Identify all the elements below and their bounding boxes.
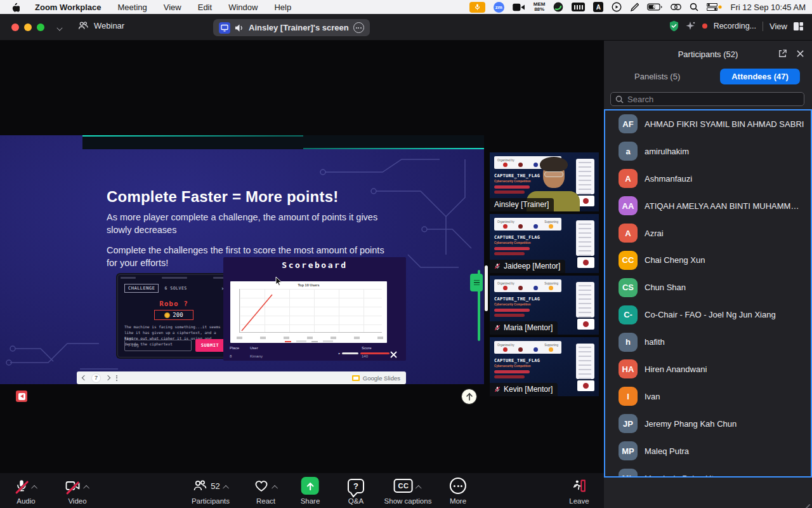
attendee-row[interactable]: CS Chun Shan xyxy=(605,274,811,301)
menubar-item[interactable]: Help xyxy=(274,3,291,12)
scoreboard-screenshot: Scoreboard Top 10 Users Place User Score xyxy=(223,257,406,361)
share-options-icon[interactable] xyxy=(353,22,364,33)
menubar-clock[interactable]: Fri 12 Sep 10:45 AM xyxy=(730,3,806,12)
attendee-row[interactable]: CC Chai Cheng Xun xyxy=(605,246,811,274)
poster-side-card xyxy=(576,282,594,318)
participants-count: 52 xyxy=(211,481,219,491)
qa-button[interactable]: ? Q&A xyxy=(348,477,364,505)
avatar: CC xyxy=(619,251,638,270)
video-thumbnail[interactable]: Organized bySupporting CAPTURE_THE_FLAG … xyxy=(490,214,599,273)
mic-in-use-indicator[interactable] xyxy=(469,2,485,13)
attendee-row[interactable]: ML Moe Lwin Paing Htoo xyxy=(605,465,811,478)
keyboard-status-icon[interactable] xyxy=(572,3,585,11)
menubar-item[interactable]: Meeting xyxy=(118,3,147,12)
scoreboard-chart: Top 10 Users xyxy=(230,281,387,343)
next-slide-icon[interactable] xyxy=(105,375,110,380)
control-center-icon[interactable] xyxy=(707,3,722,11)
tab-attendees[interactable]: Attendees (47) xyxy=(720,69,800,84)
attendee-name: amirulhakim xyxy=(645,147,695,156)
recording-label: Recording... xyxy=(714,22,756,30)
avatar: JP xyxy=(619,414,638,433)
attendee-row[interactable]: A Azrai xyxy=(605,220,811,247)
zoom-titlebar: Webinar Ainsley [Trainer]'s screen Recor… xyxy=(0,14,812,41)
audio-button[interactable]: Audio xyxy=(15,477,37,505)
presentation-progress: ▸ xyxy=(339,352,390,355)
attendee-row[interactable]: h hafith xyxy=(605,328,811,356)
attendee-row[interactable]: AF AHMAD FIKRI SYAMIL BIN AHMAD SABRI xyxy=(605,110,811,138)
menubar-item[interactable]: Zoom Workplace xyxy=(35,3,102,12)
participants-button[interactable]: 52 Participants xyxy=(192,477,230,505)
shared-screen-pill[interactable]: Ainsley [Trainer]'s screen xyxy=(213,19,370,36)
previous-slide-icon[interactable] xyxy=(82,375,87,380)
mouse-cursor xyxy=(275,276,282,286)
battery-status-icon[interactable] xyxy=(647,3,662,11)
menubar-menus: Zoom WorkplaceMeetingViewEditWindowHelp xyxy=(35,3,291,12)
react-button[interactable]: React xyxy=(254,477,278,505)
close-window-button[interactable] xyxy=(11,23,19,31)
audio-options-caret[interactable] xyxy=(31,485,37,491)
menubar-item[interactable]: View xyxy=(164,3,181,12)
avatar: HA xyxy=(619,359,638,378)
play-status-icon[interactable] xyxy=(612,2,622,12)
minimize-window-button[interactable] xyxy=(24,23,32,31)
attendee-row[interactable]: HA Hiren Anandwani xyxy=(605,356,811,383)
attendee-name: hafith xyxy=(645,337,671,347)
search-input[interactable] xyxy=(627,95,799,104)
attendee-row[interactable]: a amirulhakim xyxy=(605,138,811,165)
link-status-icon[interactable] xyxy=(671,3,681,11)
popout-panel-icon[interactable] xyxy=(778,49,787,58)
attendee-row[interactable]: C- Co-Chair - FAO - Joel Ng Jun Xiang xyxy=(605,301,811,328)
zoom-status-icon[interactable]: zm xyxy=(494,2,504,13)
video-options-caret[interactable] xyxy=(83,485,89,491)
window-resize-grip[interactable] xyxy=(805,504,810,508)
apple-menu-icon[interactable] xyxy=(11,3,20,12)
a-app-status-icon[interactable]: A xyxy=(593,2,603,12)
slide-heading: Complete Faster = More points! xyxy=(107,188,338,206)
menubar-item[interactable]: Window xyxy=(228,3,258,12)
slide-page-number[interactable]: 7 xyxy=(91,373,101,383)
window-chevron-icon[interactable] xyxy=(56,25,62,30)
video-thumbnail[interactable]: Organized bySupporting CAPTURE_THE_FLAG … xyxy=(490,276,599,335)
security-shield-icon[interactable] xyxy=(669,20,679,32)
ai-companion-icon[interactable] xyxy=(686,21,696,31)
leave-button[interactable]: Leave xyxy=(569,477,589,505)
view-layout-icon[interactable] xyxy=(794,22,803,30)
view-button-label[interactable]: View xyxy=(769,22,787,31)
scroll-up-button[interactable] xyxy=(461,389,477,404)
close-panel-icon[interactable] xyxy=(796,50,804,58)
attendee-row[interactable]: AA ATIQAH AMELYA AAN BINTI MUHAMMAD TAU.… xyxy=(605,192,811,220)
thumbnail-strip-handle[interactable] xyxy=(470,274,483,291)
react-caret[interactable] xyxy=(272,485,278,491)
spotlight-search-icon[interactable] xyxy=(690,3,698,11)
poster-side-card xyxy=(576,344,594,379)
red-media-icon[interactable] xyxy=(16,391,27,402)
attendee-row[interactable]: JP Jeremy Phang Kah Chun xyxy=(605,410,811,438)
video-button[interactable]: Video xyxy=(65,477,89,505)
share-button[interactable]: Share xyxy=(301,477,320,505)
globe-status-icon[interactable] xyxy=(553,2,563,12)
participants-caret[interactable] xyxy=(223,485,229,491)
memory-status[interactable]: MEM88% xyxy=(534,2,546,13)
attendee-row[interactable]: I Ivan xyxy=(605,383,811,410)
fullscreen-window-button[interactable] xyxy=(37,23,44,31)
video-thumbnail[interactable]: Organized bySupporting CAPTURE_THE_FLAG … xyxy=(490,337,599,396)
presentation-slide: Complete Faster = More points! As more p… xyxy=(0,135,484,384)
captions-caret[interactable] xyxy=(416,485,422,491)
recording-dot xyxy=(702,23,707,29)
attendee-name: Hiren Anandwani xyxy=(645,364,713,374)
show-captions-button[interactable]: CC Show captions xyxy=(384,477,432,505)
heart-icon xyxy=(254,479,269,493)
pencil-status-icon[interactable] xyxy=(630,3,639,11)
slides-menu-icon[interactable] xyxy=(116,375,117,381)
attendee-row[interactable]: A Ashmanfauzi xyxy=(605,165,811,192)
attendee-name: Chun Shan xyxy=(645,283,692,292)
captions-icon: CC xyxy=(394,479,413,493)
attendee-row[interactable]: MP Maleq Putra xyxy=(605,438,811,465)
more-button[interactable]: More xyxy=(450,477,466,505)
thumbnail-scrollbar[interactable] xyxy=(485,265,488,311)
attendee-name: AHMAD FIKRI SYAMIL BIN AHMAD SABRI xyxy=(645,119,810,129)
tab-panelists[interactable]: Panelists (5) xyxy=(634,72,680,81)
camera-status-icon[interactable] xyxy=(513,3,525,11)
menubar-item[interactable]: Edit xyxy=(198,3,212,12)
video-thumbnail[interactable]: Organized bySupporting CAPTURE_THE_FLAG … xyxy=(490,152,599,211)
